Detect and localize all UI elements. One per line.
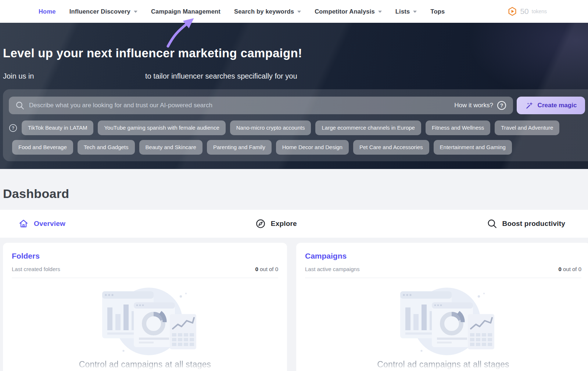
nav-item-search-by-keywords[interactable]: Search by keywords [234,8,301,15]
suggestion-row-2: Food and Beverage Tech and Gadgets Beaut… [12,140,585,155]
folders-card-title[interactable]: Folders [12,252,278,260]
suggestion-pill[interactable]: Home Decor and Design [276,140,349,155]
campaigns-card-caption: Control ad campaigns at all stages [305,360,581,370]
token-unit: tokens [532,8,547,14]
suggestion-pill[interactable]: Travel and Adventure [495,120,559,135]
suggestion-pill[interactable]: Beauty and Skincare [139,140,202,155]
create-magic-button[interactable]: Create magic [517,97,585,114]
nav-item-competitor-analysis[interactable]: Competitor Analysis [315,8,382,15]
dashboard-cards: Folders Last created folders 0out of 0 [3,243,588,371]
hero-subline: Join us in to tailor influencer searches… [3,72,588,81]
search-icon [15,101,25,110]
chevron-down-icon [134,11,137,13]
nav-item-label: Search by keywords [234,8,294,15]
suggestions-help-icon[interactable]: ? [9,124,17,132]
tab-label: Boost productivity [502,220,565,228]
count-value: 0 [255,266,258,272]
suggestion-pill[interactable]: Parenting and Family [207,140,272,155]
suggestion-pill[interactable]: Nano-micro crypto accounts [230,120,311,135]
compass-icon [255,219,266,229]
tab-label: Explore [271,220,297,228]
ai-search-panel: How it works? ? Create magic [3,89,588,161]
token-icon [508,7,517,16]
suggestion-pill[interactable]: Large ecommerce channels in Europe [315,120,421,135]
ai-search-input[interactable] [29,102,450,109]
nav-item-label: Lists [395,8,410,15]
tab-label: Overview [34,220,65,228]
svg-text:?: ? [500,102,503,108]
magic-wand-icon [525,101,534,110]
count-suffix: out of 0 [260,266,278,272]
nav-item-label: Tops [430,8,445,15]
hero-banner: Level up your next influencer marketing … [0,23,588,169]
home-icon [18,219,29,229]
nav-item-label: Home [39,8,56,15]
token-count: 50 [520,7,528,16]
create-magic-label: Create magic [538,102,577,109]
nav-item-home[interactable]: Home [39,8,56,15]
chevron-down-icon [297,11,301,13]
suggestion-pill[interactable]: Pet Care and Accessories [353,140,429,155]
search-icon [487,219,497,229]
campaigns-card-subtitle: Last active campaigns [305,266,359,272]
page-title: Dashboard [3,187,588,201]
nav-item-label: Competitor Analysis [315,8,375,15]
hero-subline-prefix: Join us in [3,72,34,80]
how-it-works-link[interactable]: How it works? ? [454,101,506,110]
count-value: 0 [559,266,562,272]
nav-item-influencer-discovery[interactable]: Influencer Discovery [69,8,137,15]
nav-item-tops[interactable]: Tops [430,8,445,15]
folders-card-subtitle: Last created folders [12,266,60,272]
suggestion-pill[interactable]: TikTok Beauty in LATAM [22,120,93,135]
ai-search-bar[interactable]: How it works? ? [9,97,513,114]
folders-card-caption: Control ad campaigns at all stages [12,360,278,370]
suggestion-pill[interactable]: Tech and Gadgets [78,140,135,155]
folders-card-count: 0out of 0 [255,266,278,272]
suggestion-row-1: ? TikTok Beauty in LATAM YouTube gaming … [9,120,585,135]
tab-explore[interactable]: Explore [255,219,297,229]
nav-item-campaign-management[interactable]: Campaign Management [151,8,220,15]
nav-item-lists[interactable]: Lists [395,8,417,15]
empty-state-illustration [386,285,500,355]
tab-overview[interactable]: Overview [18,219,65,229]
empty-state-illustration [88,285,202,355]
nav-item-label: Campaign Management [151,8,220,15]
suggestion-pill[interactable]: Fitness and Wellness [426,120,490,135]
chevron-down-icon [413,11,417,13]
suggestion-pill[interactable]: YouTube gaming spanish with female audie… [98,120,225,135]
tab-boost-productivity[interactable]: Boost productivity [487,219,565,229]
chevron-down-icon [378,11,382,13]
campaigns-card-title[interactable]: Campaigns [305,252,581,260]
how-it-works-label: How it works? [454,102,493,109]
tokens-balance[interactable]: 50 tokens [508,7,547,16]
folders-card: Folders Last created folders 0out of 0 [3,243,287,371]
hero-headline: Level up your next influencer marketing … [3,23,588,60]
campaigns-card: Campaigns Last active campaigns 0out of … [296,243,588,371]
hero-subline-suffix: to tailor influencer searches specifical… [145,72,297,80]
suggestion-pill[interactable]: Food and Beverage [12,140,73,155]
svg-text:?: ? [12,125,15,130]
suggestion-pill[interactable]: Entertainment and Gaming [434,140,512,155]
campaigns-card-count: 0out of 0 [559,266,581,272]
top-navigation: Home Influencer Discovery Campaign Manag… [0,0,588,23]
nav-item-label: Influencer Discovery [69,8,130,15]
dashboard-tabbar: Overview Explore Boost productivity [0,210,588,238]
question-circle-icon: ? [497,101,506,110]
count-suffix: out of 0 [563,266,581,272]
